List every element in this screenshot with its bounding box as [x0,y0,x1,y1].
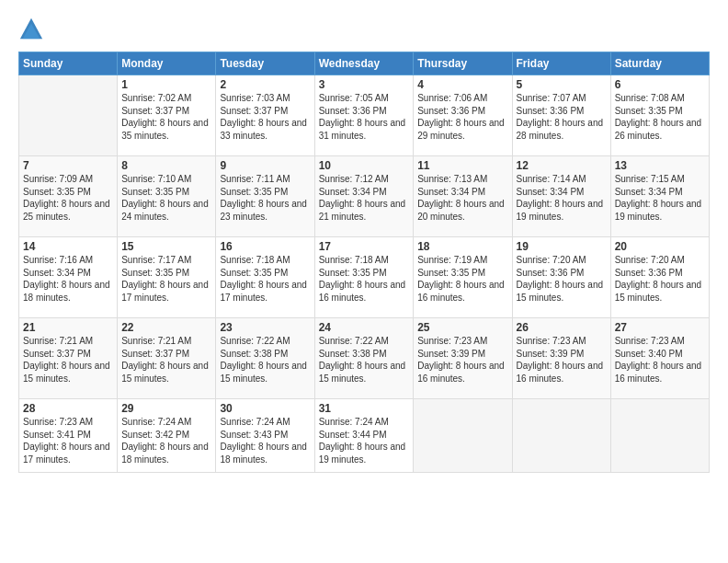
day-cell: 25Sunrise: 7:23 AMSunset: 3:39 PMDayligh… [414,318,512,399]
day-info: Sunrise: 7:15 AMSunset: 3:34 PMDaylight:… [615,173,705,223]
day-number: 25 [417,321,507,334]
col-header-friday: Friday [512,52,610,75]
day-number: 6 [615,78,705,91]
day-info: Sunrise: 7:24 AMSunset: 3:43 PMDaylight:… [220,416,310,465]
day-number: 23 [220,321,310,334]
day-number: 9 [220,159,310,172]
day-info: Sunrise: 7:13 AMSunset: 3:34 PMDaylight:… [417,173,507,223]
day-cell: 1Sunrise: 7:02 AMSunset: 3:37 PMDaylight… [118,75,216,156]
day-number: 31 [319,402,410,415]
day-number: 5 [517,78,607,91]
day-number: 24 [319,321,410,334]
day-cell: 9Sunrise: 7:11 AMSunset: 3:35 PMDaylight… [216,156,314,237]
day-cell: 17Sunrise: 7:18 AMSunset: 3:35 PMDayligh… [314,237,414,318]
day-number: 11 [417,159,507,172]
day-info: Sunrise: 7:24 AMSunset: 3:44 PMDaylight:… [319,416,410,465]
day-cell [19,75,118,156]
day-info: Sunrise: 7:06 AMSunset: 3:36 PMDaylight:… [417,92,507,142]
day-info: Sunrise: 7:23 AMSunset: 3:39 PMDaylight:… [517,335,607,385]
day-info: Sunrise: 7:11 AMSunset: 3:35 PMDaylight:… [220,173,310,223]
day-cell: 10Sunrise: 7:12 AMSunset: 3:34 PMDayligh… [314,156,414,237]
day-cell: 16Sunrise: 7:18 AMSunset: 3:35 PMDayligh… [216,237,314,318]
day-info: Sunrise: 7:22 AMSunset: 3:38 PMDaylight:… [220,335,310,385]
day-info: Sunrise: 7:09 AMSunset: 3:35 PMDaylight:… [23,173,113,223]
day-cell: 30Sunrise: 7:24 AMSunset: 3:43 PMDayligh… [216,399,314,473]
day-number: 12 [517,159,607,172]
header-row: SundayMondayTuesdayWednesdayThursdayFrid… [19,52,710,75]
col-header-thursday: Thursday [414,52,512,75]
day-number: 4 [417,78,507,91]
week-row-5: 28Sunrise: 7:23 AMSunset: 3:41 PMDayligh… [19,399,710,473]
day-number: 18 [417,240,507,253]
day-info: Sunrise: 7:23 AMSunset: 3:40 PMDaylight:… [615,335,705,385]
day-number: 26 [517,321,607,334]
day-number: 17 [319,240,410,253]
col-header-wednesday: Wednesday [314,52,414,75]
col-header-monday: Monday [118,52,216,75]
logo [18,17,46,42]
day-info: Sunrise: 7:02 AMSunset: 3:37 PMDaylight:… [121,92,211,142]
day-cell: 20Sunrise: 7:20 AMSunset: 3:36 PMDayligh… [610,237,709,318]
day-number: 14 [23,240,113,253]
day-info: Sunrise: 7:23 AMSunset: 3:41 PMDaylight:… [23,416,113,465]
day-cell: 26Sunrise: 7:23 AMSunset: 3:39 PMDayligh… [512,318,610,399]
calendar-table: SundayMondayTuesdayWednesdayThursdayFrid… [18,52,710,473]
calendar-header: SundayMondayTuesdayWednesdayThursdayFrid… [19,52,710,75]
day-info: Sunrise: 7:20 AMSunset: 3:36 PMDaylight:… [615,254,705,304]
day-info: Sunrise: 7:08 AMSunset: 3:35 PMDaylight:… [615,92,705,142]
day-info: Sunrise: 7:24 AMSunset: 3:42 PMDaylight:… [121,416,211,465]
week-row-3: 14Sunrise: 7:16 AMSunset: 3:34 PMDayligh… [19,237,710,318]
day-cell: 28Sunrise: 7:23 AMSunset: 3:41 PMDayligh… [19,399,118,473]
day-number: 29 [121,402,211,415]
day-number: 30 [220,402,310,415]
week-row-2: 7Sunrise: 7:09 AMSunset: 3:35 PMDaylight… [19,156,710,237]
day-info: Sunrise: 7:03 AMSunset: 3:37 PMDaylight:… [220,92,310,142]
day-cell: 27Sunrise: 7:23 AMSunset: 3:40 PMDayligh… [610,318,709,399]
day-cell [414,399,512,473]
day-info: Sunrise: 7:21 AMSunset: 3:37 PMDaylight:… [121,335,211,385]
day-cell: 29Sunrise: 7:24 AMSunset: 3:42 PMDayligh… [118,399,216,473]
day-number: 10 [319,159,410,172]
day-info: Sunrise: 7:05 AMSunset: 3:36 PMDaylight:… [319,92,410,142]
week-row-4: 21Sunrise: 7:21 AMSunset: 3:37 PMDayligh… [19,318,710,399]
day-cell: 23Sunrise: 7:22 AMSunset: 3:38 PMDayligh… [216,318,314,399]
day-number: 13 [615,159,705,172]
day-cell: 24Sunrise: 7:22 AMSunset: 3:38 PMDayligh… [314,318,414,399]
day-number: 28 [23,402,113,415]
day-number: 8 [121,159,211,172]
day-cell: 8Sunrise: 7:10 AMSunset: 3:35 PMDaylight… [118,156,216,237]
col-header-tuesday: Tuesday [216,52,314,75]
day-cell: 11Sunrise: 7:13 AMSunset: 3:34 PMDayligh… [414,156,512,237]
calendar-body: 1Sunrise: 7:02 AMSunset: 3:37 PMDaylight… [19,75,710,473]
day-number: 16 [220,240,310,253]
day-cell [610,399,709,473]
header [18,17,710,42]
day-info: Sunrise: 7:18 AMSunset: 3:35 PMDaylight:… [220,254,310,304]
day-cell: 14Sunrise: 7:16 AMSunset: 3:34 PMDayligh… [19,237,118,318]
day-cell: 13Sunrise: 7:15 AMSunset: 3:34 PMDayligh… [610,156,709,237]
day-number: 19 [517,240,607,253]
col-header-saturday: Saturday [610,52,709,75]
day-number: 3 [319,78,410,91]
day-info: Sunrise: 7:21 AMSunset: 3:37 PMDaylight:… [23,335,113,385]
day-info: Sunrise: 7:16 AMSunset: 3:34 PMDaylight:… [23,254,113,304]
day-info: Sunrise: 7:23 AMSunset: 3:39 PMDaylight:… [417,335,507,385]
day-info: Sunrise: 7:22 AMSunset: 3:38 PMDaylight:… [319,335,410,385]
day-number: 27 [615,321,705,334]
day-info: Sunrise: 7:17 AMSunset: 3:35 PMDaylight:… [121,254,211,304]
day-cell: 5Sunrise: 7:07 AMSunset: 3:36 PMDaylight… [512,75,610,156]
day-info: Sunrise: 7:19 AMSunset: 3:35 PMDaylight:… [417,254,507,304]
day-info: Sunrise: 7:20 AMSunset: 3:36 PMDaylight:… [517,254,607,304]
page: SundayMondayTuesdayWednesdayThursdayFrid… [0,0,728,563]
day-cell: 6Sunrise: 7:08 AMSunset: 3:35 PMDaylight… [610,75,709,156]
day-cell: 18Sunrise: 7:19 AMSunset: 3:35 PMDayligh… [414,237,512,318]
day-cell: 31Sunrise: 7:24 AMSunset: 3:44 PMDayligh… [314,399,414,473]
day-number: 22 [121,321,211,334]
day-number: 20 [615,240,705,253]
day-number: 2 [220,78,310,91]
day-number: 21 [23,321,113,334]
day-info: Sunrise: 7:14 AMSunset: 3:34 PMDaylight:… [517,173,607,223]
col-header-sunday: Sunday [19,52,118,75]
day-cell: 4Sunrise: 7:06 AMSunset: 3:36 PMDaylight… [414,75,512,156]
day-cell: 12Sunrise: 7:14 AMSunset: 3:34 PMDayligh… [512,156,610,237]
